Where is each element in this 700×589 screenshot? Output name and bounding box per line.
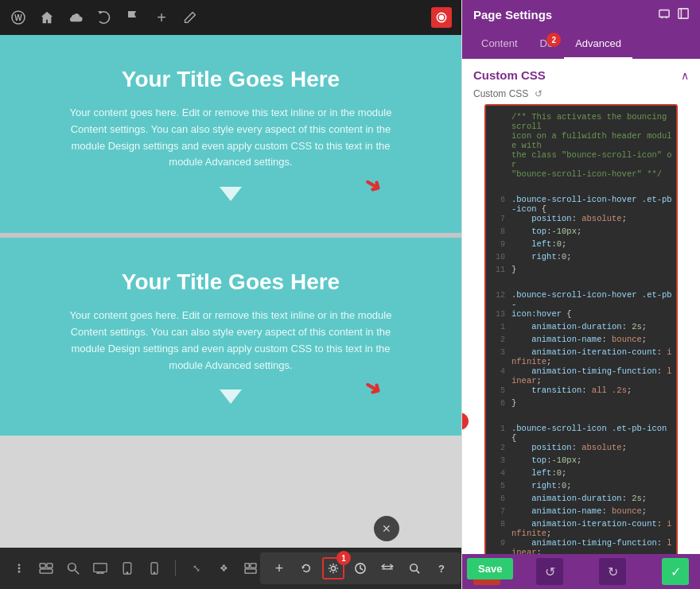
panel-title: Page Settings [473,8,552,21]
history-button[interactable] [349,557,371,579]
svg-rect-7 [40,569,52,573]
code-line: 5 transition: all .2s; [486,386,676,398]
section-block-2: Your Title Goes Here Your content goes h… [0,238,461,436]
svg-point-4 [18,571,21,573]
refresh-icon[interactable] [95,9,113,26]
divi-logo [431,7,452,28]
close-overlay-button[interactable]: ✕ [374,516,399,541]
svg-point-21 [331,566,335,570]
layout-icon[interactable] [241,559,260,578]
dots-menu-icon[interactable] [10,559,29,578]
footer-undo-button[interactable]: ↺ [536,558,563,585]
svg-point-25 [410,564,418,572]
panel-responsive-icon[interactable] [659,8,670,21]
tab-advanced[interactable]: Advanced [564,29,632,59]
top-toolbar: W + [0,0,461,35]
code-line: /** This activates the bouncing scroll [486,112,676,131]
css-section-header: Custom CSS ∧ [462,59,700,88]
help-button[interactable]: ? [430,557,453,579]
code-line [486,411,676,424]
grid-icon[interactable] [37,559,56,578]
badge-3: 3 [462,413,469,430]
right-content: Custom CSS ∧ Custom CSS ↺ 3 /** This act… [462,59,700,554]
tab-badge-2: 2 [546,33,561,47]
svg-point-17 [154,572,154,573]
section-content-2: Your content goes here. Edit or remove t… [56,308,406,374]
bottom-toolbar: ⤡ ❖ ✕ + [0,548,461,589]
scroll-arrow-1 [48,187,414,201]
svg-rect-5 [40,564,45,568]
edit-icon[interactable] [181,9,199,26]
right-panel-header: Page Settings [462,0,700,29]
right-panel: Page Settings Content De 2 [461,0,700,589]
code-line: 3 top:-10px; [486,455,676,468]
code-line: 4 left:0; [486,468,676,481]
css-section-title: Custom CSS [473,68,546,82]
svg-point-3 [18,568,21,570]
code-line: 10 right:0; [486,252,676,265]
code-line: "bounce-scroll-icon-hover" **/ [486,169,676,182]
monitor-icon[interactable] [91,559,110,578]
settings-btn-wrap: 1 [322,557,344,579]
search-icon[interactable] [64,559,83,578]
add-element-button[interactable]: + [268,557,290,579]
phone-icon[interactable] [145,559,164,578]
code-line: the class "bounce-scroll-icon" or [486,150,676,169]
scroll-arrow-2 [48,389,414,404]
save-button[interactable]: Save [467,558,513,579]
code-line: 2 animation-name: bounce; [486,335,676,347]
tab-design[interactable]: De 2 [529,29,565,59]
svg-rect-19 [251,564,256,568]
code-line: 13 icon:hover { [486,309,676,322]
code-line: 9 left:0; [486,239,676,252]
close-x-icon: ✕ [382,522,391,535]
bottom-left-icons: ⤡ ❖ [10,559,260,578]
cloud-icon[interactable] [67,9,84,26]
css-label: Custom CSS [473,88,528,99]
code-line: 6 .bounce-scroll-icon-hover .et-pb-icon … [486,195,676,214]
code-line: 5 right:0; [486,481,676,494]
flag-icon[interactable] [124,9,142,26]
home-icon[interactable] [38,9,56,26]
tablet-icon[interactable] [118,559,137,578]
tab-content[interactable]: Content [470,29,529,59]
wireframe-icon[interactable]: ❖ [214,559,233,578]
code-line: 11 } [486,265,676,277]
section-content-1: Your content goes here. Edit or remove t… [56,105,406,171]
section-block-1: Your Title Goes Here Your content goes h… [0,35,461,233]
code-line: 7 animation-name: bounce; [486,506,676,519]
header-icons [659,8,689,21]
svg-text:W: W [14,14,22,22]
svg-rect-30 [679,9,688,18]
svg-point-8 [68,564,76,572]
code-line [486,277,676,290]
resize-icon[interactable]: ⤡ [187,559,206,578]
css-label-row: Custom CSS ↺ [462,88,700,104]
code-editor-wrapper: 3 /** This activates the bouncing scroll… [473,104,689,554]
collapse-icon[interactable]: ∧ [681,69,689,82]
settings-badge: 1 [336,551,351,565]
css-refresh-icon[interactable]: ↺ [535,88,542,99]
panel-expand-icon[interactable] [678,8,689,21]
svg-line-9 [75,570,79,574]
responsive-button[interactable] [376,557,399,579]
section-title-1: Your Title Goes Here [48,67,414,92]
code-line: 3 animation-iteration-count: infinite; [486,347,676,366]
wordpress-icon[interactable]: W [10,9,27,26]
svg-rect-27 [659,10,669,17]
css-code-editor[interactable]: /** This activates the bouncing scroll i… [484,104,678,554]
code-line: 1 .bounce-scroll-icon .et-pb-icon { [486,424,676,443]
code-line: 2 position: absolute; [486,443,676,455]
code-line [486,182,676,195]
code-content[interactable]: /** This activates the bouncing scroll i… [486,106,676,554]
footer-save-button[interactable]: ✓ [662,558,689,585]
code-line: 6 animation-duration: 2s; [486,494,676,506]
code-line: 8 top:-10px; [486,227,676,239]
canvas-area: Your Title Goes Here Your content goes h… [0,35,461,548]
footer-redo-button[interactable]: ↻ [599,558,626,585]
svg-line-26 [417,571,420,574]
add-icon[interactable]: + [153,9,170,26]
undo-button[interactable] [295,557,317,579]
section-title-2: Your Title Goes Here [48,269,414,295]
search-content-button[interactable] [403,557,426,579]
